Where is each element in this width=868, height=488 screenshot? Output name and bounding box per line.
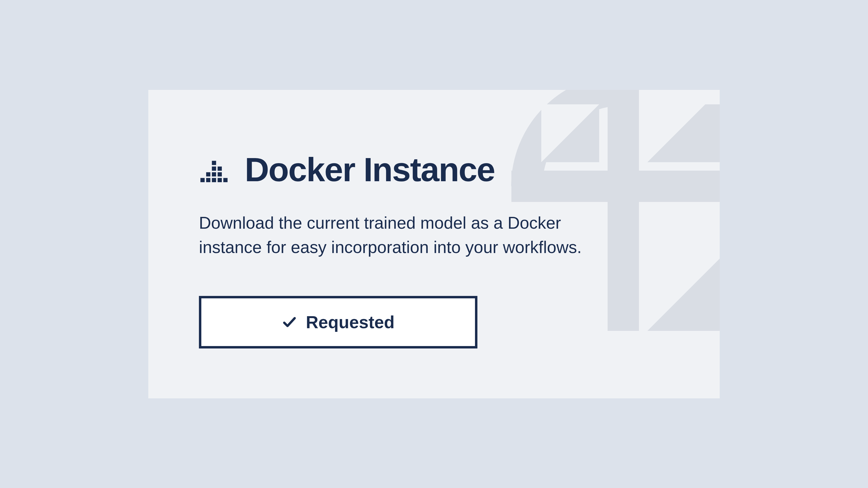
check-icon bbox=[282, 314, 297, 330]
card-description: Download the current trained model as a … bbox=[199, 211, 590, 260]
svg-rect-6 bbox=[206, 178, 211, 183]
svg-rect-13 bbox=[212, 166, 216, 171]
svg-rect-14 bbox=[218, 166, 222, 171]
svg-rect-15 bbox=[212, 161, 216, 165]
svg-rect-3 bbox=[647, 210, 720, 331]
card-header: Docker Instance bbox=[199, 150, 669, 189]
svg-rect-11 bbox=[212, 172, 216, 177]
svg-rect-5 bbox=[200, 178, 205, 183]
card-title: Docker Instance bbox=[245, 150, 495, 189]
svg-rect-8 bbox=[218, 178, 222, 183]
docker-icon bbox=[199, 155, 229, 185]
svg-rect-12 bbox=[218, 172, 222, 177]
svg-rect-10 bbox=[206, 172, 211, 177]
request-button[interactable]: Requested bbox=[199, 296, 477, 349]
docker-instance-card: Docker Instance Download the current tra… bbox=[148, 90, 720, 398]
svg-rect-7 bbox=[212, 178, 216, 183]
button-label: Requested bbox=[306, 312, 395, 332]
svg-rect-9 bbox=[223, 178, 227, 183]
background-decoration-icon bbox=[478, 90, 720, 331]
